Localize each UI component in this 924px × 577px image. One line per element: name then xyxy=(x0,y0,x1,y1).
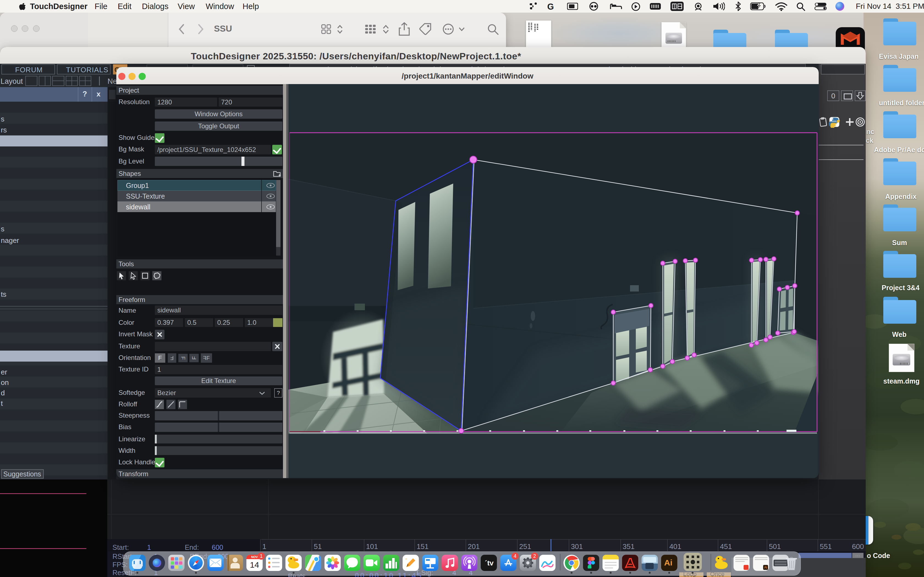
svg-text:“: “ xyxy=(405,558,407,562)
